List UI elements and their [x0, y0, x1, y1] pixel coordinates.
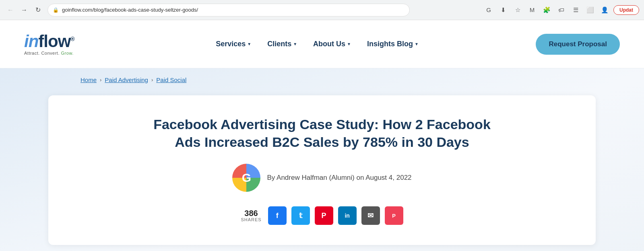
tagline-grow: Grow. — [60, 51, 74, 56]
pocket-share-button[interactable]: P — [385, 206, 403, 225]
lock-icon: 🔒 — [53, 7, 59, 13]
breadcrumb: Home › Paid Advertising › Paid Social — [80, 76, 564, 83]
back-button[interactable]: ← — [5, 4, 16, 16]
article-card: Facebook Advertising Case Study: How 2 F… — [48, 95, 596, 245]
logo-text: inflow® — [24, 33, 74, 50]
forward-button[interactable]: → — [19, 4, 30, 16]
logo-flow-part: flow — [38, 32, 70, 51]
shares-number: 386 — [241, 209, 261, 217]
pinterest-share-button[interactable]: P — [315, 206, 333, 225]
logo-in-part: in — [24, 32, 38, 51]
shares-count-block: 386 SHARES — [241, 209, 261, 222]
queue-icon[interactable]: ☰ — [570, 4, 581, 16]
email-share-button[interactable]: ✉ — [361, 206, 380, 225]
google-g-overlay: G — [232, 164, 260, 192]
logo-registered: ® — [70, 36, 74, 42]
shares-section: 386 SHARES f 𝕥 P in ✉ P — [80, 206, 564, 225]
gmail-icon[interactable]: M — [526, 4, 538, 16]
about-label: About Us — [313, 40, 345, 48]
request-proposal-button[interactable]: Request Proposal — [536, 34, 620, 55]
main-nav: Services ▼ Clients ▼ About Us ▼ Insights… — [99, 40, 536, 48]
email-icon: ✉ — [367, 211, 374, 220]
author-avatar: G — [232, 164, 260, 192]
about-dropdown-arrow: ▼ — [347, 42, 351, 46]
pocket-icon: P — [392, 213, 396, 219]
blog-label: Insights Blog — [367, 40, 413, 48]
breadcrumb-paid-advertising[interactable]: Paid Advertising — [105, 76, 148, 83]
split-view-icon[interactable]: ⬜ — [584, 4, 596, 16]
tagline-attract: Attract. — [24, 51, 40, 56]
facebook-icon: f — [276, 212, 279, 220]
nav-services[interactable]: Services ▼ — [216, 40, 251, 48]
page-wrapper: inflow® Attract. Convert. Grow. Services… — [0, 20, 644, 251]
profile-icon[interactable]: 👤 — [599, 4, 610, 16]
url-text: goinflow.com/blog/facebook-ads-case-stud… — [62, 7, 198, 13]
refresh-button[interactable]: ↻ — [32, 4, 43, 16]
article-title: Facebook Advertising Case Study: How 2 F… — [141, 115, 503, 151]
bookmark-icon[interactable]: ☆ — [512, 4, 523, 16]
browser-actions: G ⬇ ☆ M 🧩 🏷 ☰ ⬜ 👤 Updat — [483, 4, 639, 16]
clients-dropdown-arrow: ▼ — [293, 42, 297, 46]
linkedin-share-button[interactable]: in — [338, 206, 357, 225]
browser-nav-buttons: ← → ↻ — [5, 4, 43, 16]
author-info: By Andrew Halfman (Alumni) on August 4, … — [267, 174, 411, 182]
breadcrumb-section: Home › Paid Advertising › Paid Social — [0, 68, 644, 91]
services-label: Services — [216, 40, 246, 48]
blog-dropdown-arrow: ▼ — [415, 42, 419, 46]
logo-tagline: Attract. Convert. Grow. — [24, 51, 74, 56]
download-icon[interactable]: ⬇ — [497, 4, 509, 16]
shares-label: SHARES — [241, 217, 261, 222]
twitter-icon: 𝕥 — [299, 211, 302, 220]
nav-blog[interactable]: Insights Blog ▼ — [367, 40, 419, 48]
facebook-share-button[interactable]: f — [268, 206, 287, 225]
google-icon[interactable]: G — [483, 4, 494, 16]
extension-icon1[interactable]: 🧩 — [541, 4, 552, 16]
pinterest-icon: P — [322, 212, 326, 220]
breadcrumb-sep2: › — [151, 77, 153, 83]
address-bar[interactable]: 🔒 goinflow.com/blog/facebook-ads-case-st… — [47, 4, 410, 16]
services-dropdown-arrow: ▼ — [247, 42, 251, 46]
clients-label: Clients — [267, 40, 291, 48]
nav-about[interactable]: About Us ▼ — [313, 40, 351, 48]
linkedin-icon: in — [345, 212, 349, 219]
logo-area: inflow® Attract. Convert. Grow. — [24, 33, 74, 56]
twitter-share-button[interactable]: 𝕥 — [291, 206, 310, 225]
nav-clients[interactable]: Clients ▼ — [267, 40, 297, 48]
browser-chrome: ← → ↻ 🔒 goinflow.com/blog/facebook-ads-c… — [0, 0, 644, 20]
extension-icon2[interactable]: 🏷 — [555, 4, 567, 16]
update-button[interactable]: Updat — [613, 5, 639, 15]
breadcrumb-home[interactable]: Home — [80, 76, 97, 83]
site-header: inflow® Attract. Convert. Grow. Services… — [0, 20, 644, 68]
google-g-letter: G — [242, 171, 251, 185]
author-section: G By Andrew Halfman (Alumni) on August 4… — [80, 164, 564, 192]
tagline-convert: Convert. — [40, 51, 60, 56]
breadcrumb-paid-social[interactable]: Paid Social — [156, 76, 186, 83]
breadcrumb-sep1: › — [100, 77, 101, 83]
